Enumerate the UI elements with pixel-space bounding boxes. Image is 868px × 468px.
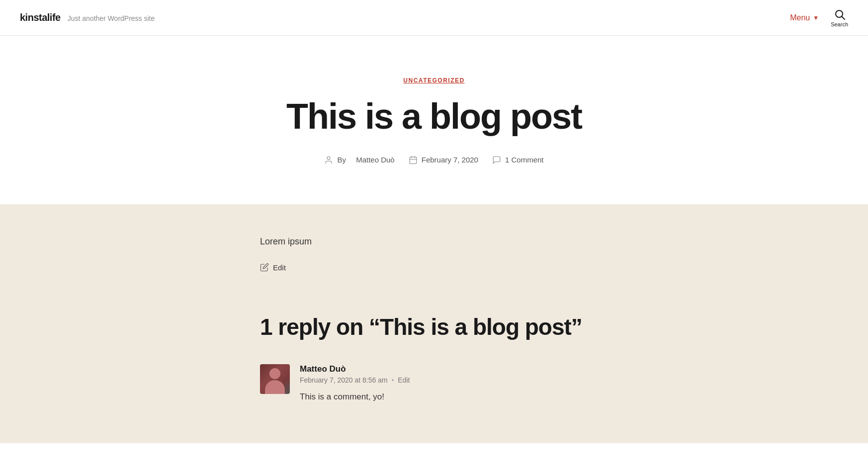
comment-edit-link[interactable]: Edit — [398, 376, 410, 384]
post-author-meta: By Matteo Duò — [324, 156, 394, 164]
svg-line-1 — [842, 16, 845, 19]
post-date: February 7, 2020 — [422, 156, 478, 164]
comment-icon — [492, 156, 501, 164]
edit-icon — [260, 263, 269, 272]
comment-date-text: February 7, 2020 at 8:56 am — [300, 376, 388, 384]
post-date-meta: February 7, 2020 — [409, 156, 478, 164]
post-meta: By Matteo Duò February 7, 2020 1 Comment — [20, 156, 848, 164]
avatar — [260, 364, 290, 394]
comments-inner: 1 reply on “This is a blog post” Matteo … — [260, 313, 608, 403]
comments-section: 1 reply on “This is a blog post” Matteo … — [0, 304, 868, 443]
comment-item: Matteo Duò February 7, 2020 at 8:56 am •… — [260, 364, 608, 403]
post-title: This is a blog post — [210, 98, 658, 136]
comment-author[interactable]: Matteo Duò — [300, 364, 608, 374]
calendar-icon — [409, 156, 418, 164]
post-content: Lorem ipsum Edit — [260, 234, 608, 274]
comment-body: Matteo Duò February 7, 2020 at 8:56 am •… — [300, 364, 608, 403]
post-comments-meta: 1 Comment — [492, 156, 544, 164]
svg-rect-3 — [410, 157, 417, 164]
comment-text: This is a comment, yo! — [300, 390, 608, 403]
post-author[interactable]: Matteo Duò — [356, 156, 395, 164]
search-label: Search — [831, 21, 848, 27]
comments-title: 1 reply on “This is a blog post” — [260, 313, 608, 340]
site-header: kinstalife Just another WordPress site M… — [0, 0, 868, 36]
post-body: Lorem ipsum — [260, 234, 608, 249]
site-title[interactable]: kinstalife — [20, 12, 61, 23]
post-author-prefix: By — [337, 156, 346, 164]
post-header: UNCATEGORIZED This is a blog post By Mat… — [0, 36, 868, 204]
comment-date: February 7, 2020 at 8:56 am • Edit — [300, 376, 608, 384]
header-right: Menu ▼ Search — [790, 8, 848, 27]
author-icon — [324, 156, 333, 164]
post-edit-link[interactable]: Edit — [260, 263, 286, 272]
post-comments-count[interactable]: 1 Comment — [505, 156, 544, 164]
dot-separator: • — [392, 376, 394, 384]
post-content-area: Lorem ipsum Edit — [0, 204, 868, 304]
search-icon — [834, 8, 846, 20]
site-branding: kinstalife Just another WordPress site — [20, 12, 155, 23]
svg-point-2 — [327, 156, 330, 159]
site-tagline: Just another WordPress site — [68, 14, 155, 22]
edit-label: Edit — [273, 263, 286, 272]
menu-label: Menu — [790, 13, 810, 22]
chevron-down-icon: ▼ — [813, 14, 819, 21]
menu-button[interactable]: Menu ▼ — [790, 13, 819, 22]
post-category-link[interactable]: UNCATEGORIZED — [403, 77, 464, 84]
search-button[interactable]: Search — [831, 8, 848, 27]
